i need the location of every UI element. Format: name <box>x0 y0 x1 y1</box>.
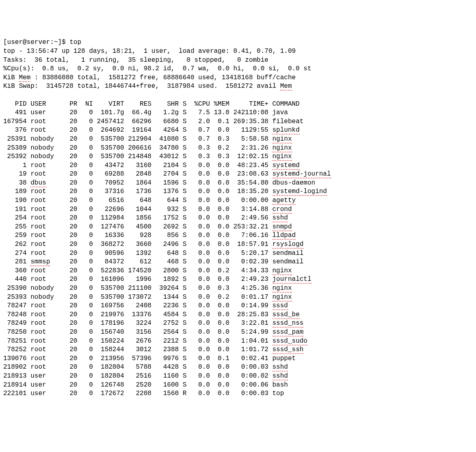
process-row: 281 smmsp 20 0 84372 612 468 S 0.0 0.0 0… <box>3 258 473 267</box>
process-command: bash <box>273 381 288 389</box>
process-row: 274 root 20 0 90596 1392 648 S 0.0 0.0 5… <box>3 249 473 258</box>
process-row: 191 root 20 0 22696 1044 932 S 0.0 0.0 3… <box>3 205 473 214</box>
process-command: systemd-logind <box>273 188 327 196</box>
process-command: journalctl <box>273 276 312 284</box>
process-row: 167954 root 20 0 2457412 66296 6680 S 2.… <box>3 117 473 126</box>
process-row: 254 root 20 0 112984 1856 1752 S 0.0 0.0… <box>3 214 473 223</box>
process-row: 78251 root 20 0 150224 2676 2212 S 0.0 0… <box>3 337 473 346</box>
process-row: 1 root 20 0 43472 3160 2104 S 0.0 0.0 48… <box>3 161 473 170</box>
process-command: systemd <box>273 162 300 170</box>
process-command: rsyslogd <box>273 241 304 249</box>
process-row: 78249 root 20 0 178196 3224 2752 S 0.0 0… <box>3 319 473 328</box>
process-row: 25392 nobody 20 0 535700 214848 43012 S … <box>3 152 473 161</box>
process-command: puppet <box>273 355 296 362</box>
shell-prompt: [user@server:~]$ top <box>3 38 473 47</box>
summary-uptime: top - 13:56:47 up 128 days, 18:21, 1 use… <box>3 47 473 56</box>
process-command: nginx <box>273 135 292 143</box>
process-command: sendmail <box>273 258 304 265</box>
process-command: sssd_ssh <box>273 346 304 354</box>
process-row: 78252 root 20 0 158244 3012 2388 S 0.0 0… <box>3 346 473 354</box>
process-command: nginx <box>273 153 292 161</box>
summary-tasks: Tasks: 36 total, 1 running, 35 sleeping,… <box>3 56 473 65</box>
terminal-output[interactable]: [user@server:~]$ toptop - 13:56:47 up 12… <box>3 38 473 398</box>
process-command: nginx <box>273 293 292 302</box>
process-command: sssd_be <box>273 311 300 319</box>
process-command: nginx <box>273 144 292 152</box>
process-command: snmpd <box>273 223 292 231</box>
process-row: 222101 user 20 0 172672 2208 1560 R 0.0 … <box>3 389 473 398</box>
process-row: 255 root 20 0 127476 4500 2692 S 0.0 0.0… <box>3 223 473 232</box>
process-command: sssd_nss <box>273 319 304 328</box>
process-command: agetty <box>273 197 296 205</box>
process-row: 189 root 20 0 37316 1736 1376 S 0.0 0.0 … <box>3 187 473 196</box>
process-table-header: PID USER PR NI VIRT RES SHR S %CPU %MEM … <box>3 100 473 109</box>
summary-cpu: %Cpu(s): 0.8 us, 0.2 sy, 0.0 ni, 98.2 id… <box>3 65 473 74</box>
process-command: systemd-journal <box>273 170 331 178</box>
process-command: sssd_sudo <box>273 337 307 346</box>
process-command: sssd <box>273 302 288 310</box>
process-row: 19 root 20 0 69288 2848 2704 S 0.0 0.0 2… <box>3 170 473 179</box>
process-row: 25391 nobody 20 0 535700 212904 41080 S … <box>3 135 473 144</box>
process-row: 376 root 20 0 264692 19164 4264 S 0.7 0.… <box>3 126 473 135</box>
process-command: sssd_pam <box>273 328 304 337</box>
process-command: dbus-daemon <box>273 179 316 187</box>
process-command: nginx <box>273 285 292 293</box>
process-command: lldpad <box>273 232 296 240</box>
process-row: 262 root 20 0 368272 3660 2496 S 0.0 0.0… <box>3 240 473 249</box>
process-row: 25389 nobody 20 0 535700 206616 34780 S … <box>3 144 473 153</box>
process-command: splunkd <box>273 126 300 135</box>
process-row: 491 user 20 0 101.7g 66.4g 1.2g S 7.5 13… <box>3 109 473 117</box>
process-row: 78250 root 20 0 156740 3156 2564 S 0.0 0… <box>3 328 473 337</box>
process-command: sendmail <box>273 250 304 257</box>
process-row: 25390 nobody 20 0 535700 211100 39264 S … <box>3 284 473 293</box>
process-row: 78247 root 20 0 169756 2408 2236 S 0.0 0… <box>3 302 473 311</box>
summary-swap: KiB Swap: 3145728 total, 18446744+free, … <box>3 82 473 91</box>
process-row: 259 root 20 0 16336 928 856 S 0.0 0.0 7:… <box>3 231 473 240</box>
process-command: sshd <box>273 363 288 372</box>
process-row: 25393 nobody 20 0 535700 173072 1344 S 0… <box>3 293 473 302</box>
process-row: 218913 user 20 0 182804 2516 1160 S 0.0 … <box>3 372 473 381</box>
process-row: 218902 root 20 0 182804 5788 4428 S 0.0 … <box>3 363 473 372</box>
process-row: 218914 user 20 0 126748 2520 1600 S 0.0 … <box>3 381 473 390</box>
process-command: nginx <box>273 267 292 275</box>
process-command: crond <box>273 206 292 214</box>
process-row: 360 root 20 0 522836 174520 2800 S 0.0 0… <box>3 267 473 276</box>
process-command: sshd <box>273 214 288 222</box>
process-row: 190 root 20 0 6516 648 644 S 0.0 0.0 0:0… <box>3 196 473 205</box>
process-command: filebeat <box>273 118 304 125</box>
process-row: 38 dbus 20 0 70952 1864 1596 S 0.0 0.0 3… <box>3 179 473 188</box>
process-row: 78248 root 20 0 219976 13376 4584 S 0.0 … <box>3 311 473 319</box>
process-command: sshd <box>273 372 288 380</box>
process-row: 440 root 20 0 161096 1996 1892 S 0.0 0.0… <box>3 275 473 284</box>
process-row: 139076 root 20 0 213956 57396 9976 S 0.0… <box>3 354 473 363</box>
process-command: top <box>273 390 284 397</box>
summary-mem: KiB Mem : 83886080 total, 1581272 free, … <box>3 74 473 83</box>
process-command: java <box>273 109 288 116</box>
